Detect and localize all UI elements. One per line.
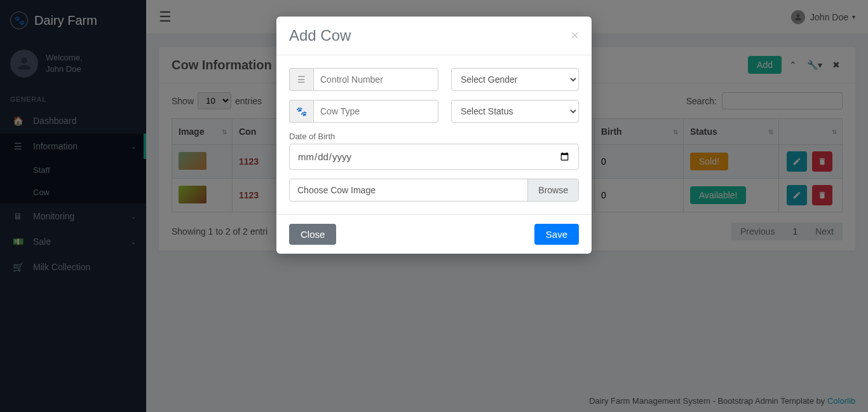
file-label: Choose Cow Image — [290, 179, 527, 201]
file-input-group[interactable]: Choose Cow Image Browse — [289, 179, 579, 202]
modal-title: Add Cow — [289, 27, 351, 45]
modal-body: ☰ Select Gender 🐾 Select Status Date of … — [276, 55, 592, 214]
paw-icon: 🐾 — [289, 100, 313, 123]
dob-input[interactable] — [289, 144, 579, 170]
cowtype-input[interactable] — [313, 100, 438, 123]
list-icon: ☰ — [289, 68, 313, 91]
dob-label: Date of Birth — [289, 132, 579, 141]
close-button[interactable]: Close — [289, 224, 336, 245]
cowtype-group: 🐾 — [289, 100, 438, 123]
control-number-input[interactable] — [313, 68, 438, 91]
control-number-group: ☰ — [289, 68, 438, 91]
modal-footer: Close Save — [276, 214, 592, 254]
modal-close-button[interactable]: × — [571, 27, 579, 44]
modal-header: Add Cow × — [276, 17, 592, 55]
modal-add-cow: Add Cow × ☰ Select Gender 🐾 Select Statu… — [276, 17, 592, 254]
save-button[interactable]: Save — [534, 224, 579, 245]
status-select[interactable]: Select Status — [451, 100, 579, 123]
browse-button[interactable]: Browse — [527, 179, 578, 201]
gender-select[interactable]: Select Gender — [451, 68, 579, 91]
